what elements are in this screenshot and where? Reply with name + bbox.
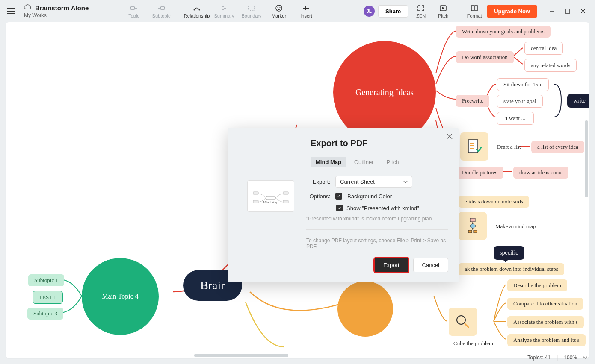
- checkbox-bg-color[interactable]: ✓: [335, 193, 342, 200]
- svg-rect-0: [130, 7, 135, 9]
- node-subtopic-3[interactable]: Subtopic 3: [27, 308, 63, 320]
- node-subtopic-1[interactable]: Subtopic 1: [28, 274, 64, 286]
- node-associate[interactable]: Associate the problem with s: [507, 316, 584, 328]
- tool-format[interactable]: Format: [465, 4, 484, 18]
- option-bg-color: Background Color: [347, 193, 392, 200]
- node-central-idea[interactable]: central idea: [524, 42, 563, 55]
- marker-icon: [275, 4, 283, 12]
- svg-rect-22: [283, 200, 288, 203]
- node-orange[interactable]: [337, 281, 393, 337]
- svg-rect-16: [474, 230, 477, 233]
- hint-locked: "Presented with xmind" is locked before …: [306, 216, 448, 222]
- export-label: Export:: [306, 179, 330, 185]
- node-analyze[interactable]: Analyze the problem and its s: [507, 334, 586, 346]
- option-presented: Show "Presented with xmind": [346, 205, 419, 211]
- svg-rect-21: [283, 192, 288, 194]
- export-button[interactable]: Export: [375, 258, 408, 272]
- node-word-assoc[interactable]: Do word association: [456, 51, 514, 63]
- user-avatar[interactable]: JL: [364, 6, 375, 17]
- export-dialog: Export to PDF Mind Map Outliner Pitch Mi…: [228, 128, 459, 282]
- flowchart-icon: [459, 212, 487, 240]
- node-main-topic-4[interactable]: Main Topic 4: [82, 258, 159, 335]
- checkbox-presented[interactable]: ✓: [336, 205, 343, 211]
- window-close[interactable]: [580, 8, 586, 15]
- node-write-goals[interactable]: Write down your goals and problems: [456, 26, 551, 38]
- document-title[interactable]: Brainstorm Alone: [35, 4, 89, 12]
- node-compare[interactable]: Compare it to other situation: [507, 298, 583, 310]
- tool-pitch[interactable]: Pitch: [434, 4, 453, 18]
- horizontal-scrollbar[interactable]: [194, 354, 288, 357]
- tool-boundary[interactable]: Boundary: [239, 4, 264, 18]
- tool-summary[interactable]: Summary: [212, 4, 237, 18]
- node-draw-ideas[interactable]: draw as ideas come: [513, 167, 568, 179]
- status-bar: Topics: 41 | 100%: [520, 351, 595, 364]
- svg-rect-13: [470, 218, 475, 222]
- node-notecards[interactable]: e ideas down on notecards: [459, 196, 529, 208]
- svg-rect-4: [249, 6, 255, 10]
- node-iwant[interactable]: "I want ...": [497, 112, 534, 125]
- svg-point-6: [278, 7, 278, 8]
- hint-layout: To change PDF layout settings, choose Fi…: [306, 238, 448, 250]
- breadcrumb[interactable]: My Works: [24, 12, 101, 18]
- magnifier-icon: [449, 308, 477, 336]
- chevron-down-icon[interactable]: [583, 355, 587, 361]
- svg-point-17: [457, 316, 465, 324]
- tab-pitch[interactable]: Pitch: [381, 157, 404, 167]
- topic-icon: [130, 4, 138, 12]
- options-label: Options:: [306, 193, 330, 200]
- dialog-title: Export to PDF: [311, 138, 448, 148]
- window-maximize[interactable]: [564, 8, 571, 15]
- dialog-close-button[interactable]: [447, 132, 453, 141]
- tool-relationship[interactable]: Relationship: [184, 4, 209, 18]
- node-describe[interactable]: Describe the problem: [507, 279, 567, 291]
- tab-mindmap[interactable]: Mind Map: [311, 157, 346, 167]
- menu-button[interactable]: [4, 5, 17, 18]
- node-test-1[interactable]: TEST 1: [33, 291, 63, 304]
- svg-rect-11: [565, 9, 570, 13]
- upgrade-button[interactable]: Upgrade Now: [487, 5, 537, 18]
- node-list-every[interactable]: a list of every idea: [531, 141, 584, 153]
- svg-rect-15: [468, 230, 472, 233]
- zoom-level[interactable]: 100%: [564, 355, 577, 361]
- relationship-icon: [192, 4, 201, 12]
- svg-point-2: [194, 9, 195, 11]
- summary-icon: [220, 4, 228, 12]
- topic-count: Topics: 41: [527, 355, 551, 361]
- node-freewrite[interactable]: Freewrite: [456, 95, 489, 107]
- subtopic-icon: [157, 4, 166, 12]
- checklist-icon: [460, 132, 488, 161]
- vertical-scrollbar[interactable]: [585, 120, 588, 197]
- node-write-dark[interactable]: write: [567, 94, 589, 108]
- node-breakdown[interactable]: ak the problem down into individual step…: [459, 263, 564, 275]
- insert-icon: [302, 4, 311, 12]
- top-toolbar: Brainstorm Alone My Works Topic Subtopic…: [0, 0, 595, 22]
- tool-insert[interactable]: Insert: [294, 4, 319, 18]
- window-minimize[interactable]: [549, 8, 556, 15]
- svg-rect-19: [253, 192, 258, 194]
- node-sitdown[interactable]: Sit down for 15m: [497, 78, 549, 91]
- boundary-icon: [247, 4, 256, 12]
- tool-subtopic[interactable]: Subtopic: [149, 4, 174, 18]
- tool-zen[interactable]: ZEN: [411, 4, 430, 18]
- node-stategoal[interactable]: state your goal: [497, 95, 543, 108]
- node-draft-list[interactable]: Draft a list: [491, 141, 527, 153]
- export-select[interactable]: Current Sheet: [335, 176, 412, 188]
- cancel-button[interactable]: Cancel: [413, 258, 448, 272]
- tool-marker[interactable]: Marker: [266, 4, 291, 18]
- svg-rect-18: [266, 196, 275, 200]
- chevron-down-icon: [403, 179, 408, 185]
- tab-outliner[interactable]: Outliner: [349, 157, 379, 167]
- svg-point-3: [199, 9, 200, 11]
- format-icon: [470, 4, 479, 12]
- svg-rect-20: [253, 200, 258, 203]
- node-doodle[interactable]: Doodle pictures: [456, 167, 503, 179]
- node-related-words[interactable]: any related words: [524, 59, 577, 72]
- share-button[interactable]: Share: [378, 5, 408, 18]
- node-cube[interactable]: Cube the problem: [447, 338, 499, 349]
- export-preview: Mind Map: [247, 180, 294, 212]
- svg-rect-1: [160, 7, 165, 9]
- tool-topic[interactable]: Topic: [121, 4, 146, 18]
- node-mindmap[interactable]: Make a mind map: [489, 220, 542, 232]
- svg-point-5: [276, 5, 282, 11]
- cloud-icon: [24, 4, 32, 12]
